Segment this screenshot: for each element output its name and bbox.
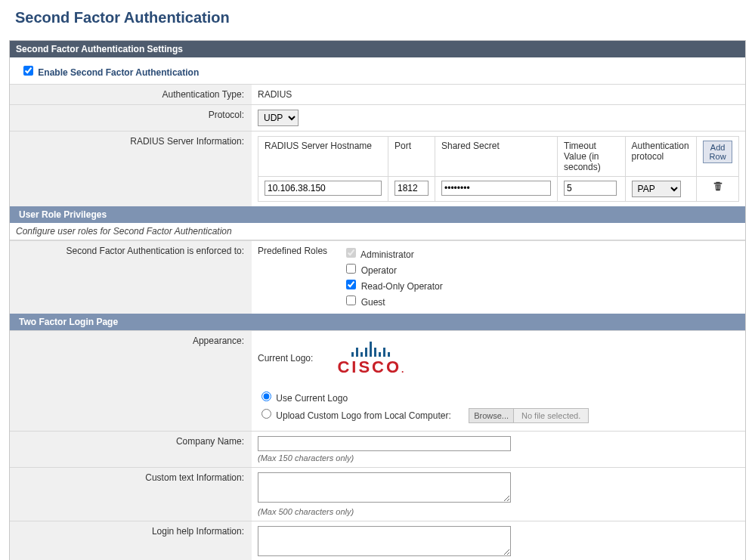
role-guest-label: Guest [361, 297, 385, 308]
enforced-to-label: Second Factor Authentication is enforced… [10, 241, 252, 314]
radius-timeout-input[interactable] [564, 181, 617, 196]
use-current-logo-option[interactable]: Use Current Logo [258, 393, 348, 404]
enable-label-text: Enable Second Factor Authentication [38, 67, 199, 78]
radius-authproto-select[interactable]: PAP [632, 181, 681, 197]
appearance-label: Appearance: [10, 331, 252, 432]
company-name-input[interactable] [258, 436, 511, 451]
company-name-hint: (Max 150 characters only) [258, 453, 739, 463]
trash-icon[interactable] [703, 181, 732, 191]
protocol-label: Protocol: [10, 105, 252, 131]
roles-list: Administrator Operator Read-Only Operato… [343, 246, 442, 309]
section-header-settings: Second Factor Authentication Settings [10, 41, 745, 57]
cisco-logo-text: CISCO. [337, 359, 404, 376]
page-title: Second Factor Authentication [15, 9, 746, 26]
use-current-logo-label: Use Current Logo [276, 393, 348, 404]
browse-button[interactable]: Browse... [469, 409, 514, 422]
radius-row: PAP [258, 177, 739, 202]
role-readonly-checkbox[interactable] [346, 280, 356, 289]
role-operator[interactable]: Operator [343, 261, 442, 276]
cisco-bars-icon [337, 340, 404, 357]
use-current-logo-radio[interactable] [261, 391, 271, 401]
section-header-login-page: Two Factor Login Page [10, 314, 745, 330]
radius-col-secret: Shared Secret [435, 137, 558, 177]
role-readonly-label: Read-Only Operator [361, 281, 443, 292]
role-readonly[interactable]: Read-Only Operator [343, 277, 442, 292]
radius-col-port: Port [388, 137, 435, 177]
login-help-label: Login help Information: [10, 521, 252, 561]
radius-col-timeout: Timeout Value (in seconds) [558, 137, 626, 177]
section-roles-note: Configure user roles for Second Factor A… [10, 223, 745, 240]
radius-port-input[interactable] [395, 181, 429, 196]
login-help-input[interactable] [258, 526, 511, 556]
custom-text-hint: (Max 500 characters only) [258, 507, 739, 516]
current-logo-label: Current Logo: [258, 353, 313, 364]
radius-server-table: RADIUS Server Hostname Port Shared Secre… [258, 136, 739, 202]
company-name-label: Company Name: [10, 432, 252, 468]
protocol-select[interactable]: UDP [258, 110, 299, 126]
no-file-selected-text: No file selected. [514, 409, 588, 422]
section-header-roles: User Role Privileges [10, 206, 745, 223]
upload-logo-label: Upload Custom Logo from Local Computer: [276, 410, 450, 421]
predefined-roles-label: Predefined Roles [258, 246, 341, 256]
role-administrator-checkbox [346, 248, 356, 258]
enable-checkbox[interactable] [23, 66, 33, 76]
custom-text-label: Custom text Information: [10, 468, 252, 521]
radius-secret-input[interactable] [441, 181, 551, 196]
enable-checkbox-label[interactable]: Enable Second Factor Authentication [20, 67, 199, 78]
cisco-logo: CISCO. [337, 340, 404, 376]
upload-logo-radio[interactable] [261, 409, 271, 419]
settings-panel: Second Factor Authentication Settings En… [9, 40, 746, 560]
add-row-button[interactable]: Add Row [703, 141, 732, 163]
role-guest-checkbox[interactable] [346, 295, 356, 305]
auth-type-label: Authentication Type: [10, 85, 252, 105]
radius-col-hostname: RADIUS Server Hostname [258, 137, 388, 177]
role-operator-checkbox[interactable] [346, 264, 356, 274]
role-administrator-label: Administrator [360, 249, 414, 260]
role-guest[interactable]: Guest [343, 293, 442, 308]
auth-type-value: RADIUS [252, 85, 745, 105]
role-administrator: Administrator [343, 246, 442, 260]
custom-text-input[interactable] [258, 472, 511, 503]
radius-hostname-input[interactable] [265, 181, 382, 196]
upload-logo-option[interactable]: Upload Custom Logo from Local Computer: [258, 410, 453, 421]
role-operator-label: Operator [361, 265, 397, 276]
enable-row: Enable Second Factor Authentication [10, 57, 745, 84]
file-upload-stub[interactable]: Browse... No file selected. [469, 408, 589, 423]
radius-info-label: RADIUS Server Information: [10, 131, 252, 207]
radius-col-authproto: Authentication protocol [625, 137, 697, 177]
